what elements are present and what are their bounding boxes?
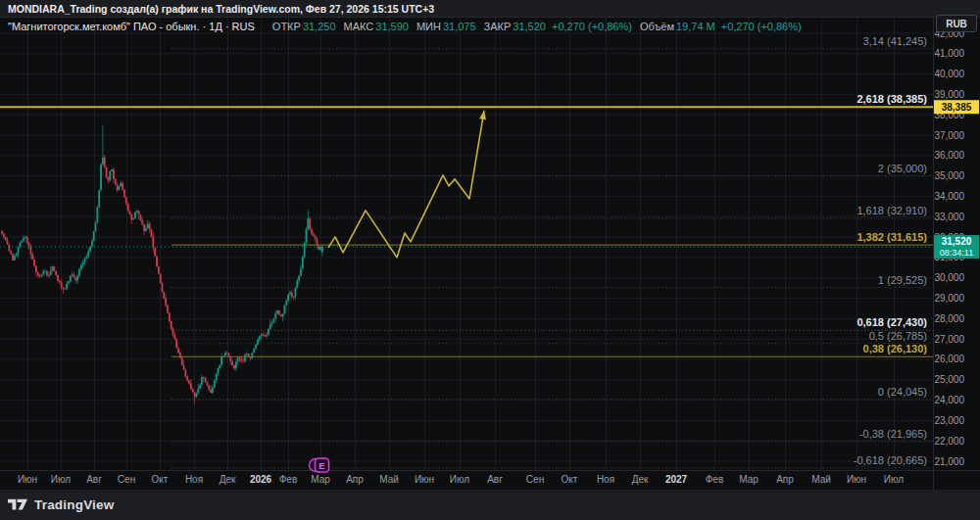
price-axis-label: 28,000 (934, 313, 964, 324)
projection-path[interactable] (328, 111, 486, 258)
price-axis-label: 40,000 (934, 69, 964, 79)
time-axis-label: Авг (86, 474, 102, 485)
candlesticks (1, 125, 323, 404)
price-axis-label: 39,000 (934, 89, 964, 100)
time-axis-label: Май (811, 474, 831, 485)
time-axis-label: Окт (562, 474, 578, 485)
price-axis-label: 29,000 (934, 293, 964, 304)
time-axis-label: Май (379, 474, 399, 485)
fib-label: 2 (35,000) (878, 163, 927, 174)
tradingview-snapshot: 3,14 (41,245)2,618 (38,385)2 (35,000)1,6… (0, 0, 980, 520)
time-axis-label: Мар (739, 474, 759, 485)
time-axis-label: Июн (847, 474, 866, 485)
time-axis-label: Апр (346, 474, 364, 485)
svg-text:E: E (318, 460, 324, 471)
open-label: ОТКР (272, 21, 301, 32)
time-axis-label: Сен (118, 474, 135, 485)
symbol-title[interactable]: "Магнитогорск.мет.комб" ПАО - обыкн. · 1… (8, 21, 255, 32)
chart-area[interactable]: 3,14 (41,245)2,618 (38,385)2 (35,000)1,6… (0, 0, 980, 520)
time-axis-label: Дек (220, 474, 236, 485)
price-axis-label: 41,000 (934, 48, 964, 59)
attribution-bar: MONDIARA_Trading создал(а) график на Tra… (0, 0, 980, 18)
price-axis-label: 24,000 (934, 395, 964, 405)
close-value: 31,520 (513, 21, 546, 32)
fib-label: 3,14 (41,245) (863, 35, 927, 47)
volume-value: 19,74 М (676, 21, 715, 32)
time-axis-label: Мар (311, 474, 330, 485)
price-axis-label: 23,000 (934, 415, 964, 426)
fib-label: 1,382 (31,615) (857, 231, 927, 243)
low-label: МИН (416, 21, 441, 32)
fib-label: 0,618 (27,430) (857, 316, 927, 328)
attribution-text: MONDIARA_Trading создал(а) график на Tra… (8, 3, 434, 15)
chart-legend: "Магнитогорск.мет.комб" ПАО - обыкн. · 1… (8, 21, 802, 32)
time-axis-label: Ноя (185, 474, 203, 485)
time-axis-label: Сен (526, 474, 544, 485)
time-axis-label: Июл (884, 474, 904, 485)
fib-levels (0, 49, 933, 468)
fib-label: -0,618 (20,665) (854, 454, 927, 466)
bottom-bar: TradingView (0, 490, 980, 520)
price-axis-label: 35,000 (934, 170, 964, 181)
volume-label: Объём (640, 21, 674, 32)
time-axis-label: Фев (706, 474, 723, 485)
fib-label: 2,618 (38,385) (857, 93, 927, 105)
close-label: ЗАКР (484, 21, 512, 32)
fib-label: 1,618 (32,910) (857, 205, 927, 216)
tradingview-logo-icon (8, 497, 27, 512)
price-axis-label: 30,000 (934, 272, 964, 283)
change-value: +0,270 (+0,86%) (552, 21, 632, 32)
time-axis-label: Июл (450, 474, 469, 485)
time-axis-label: Апр (776, 474, 794, 485)
open-value: 31,250 (303, 21, 336, 32)
fib-label: 0,5 (26,785) (869, 330, 927, 342)
fib-label: 0 (24,045) (878, 386, 927, 398)
price-axis-label: 33,000 (934, 212, 964, 222)
time-axis-label: Авг (487, 474, 503, 485)
high-label: МАКС (344, 21, 374, 32)
price-axis-label: 21,000 (934, 456, 964, 467)
projection-line (328, 111, 484, 258)
time-axis-label: 2027 (665, 474, 688, 485)
time-axis-label: Июн (18, 474, 37, 485)
price-axis-label: 27,000 (934, 334, 964, 345)
time-axis-label: Июл (51, 474, 71, 485)
svg-text:31,520: 31,520 (942, 236, 972, 247)
time-axis-label: Ноя (597, 474, 614, 485)
high-value: 31,590 (375, 21, 409, 32)
fib-label: 1 (29,525) (878, 274, 927, 286)
currency-button[interactable]: RUB (936, 15, 977, 32)
price-axis-label: 26,000 (934, 354, 964, 364)
price-axis-label: 25,000 (934, 374, 964, 385)
tradingview-logo-text: TradingView (34, 497, 114, 512)
volume-change: +0,270 (+0,86%) (721, 21, 802, 32)
tradingview-logo[interactable]: TradingView (8, 497, 114, 512)
fib-label: 0,38 (26,130) (863, 343, 928, 355)
fib-label: -0,38 (21,965) (859, 428, 927, 440)
price-axis-label: 36,000 (934, 150, 964, 161)
price-axis-label: 22,000 (934, 436, 964, 447)
time-axis-label: Фев (279, 474, 297, 485)
price-axis-label: 37,000 (934, 130, 964, 141)
time-axis-label: 2026 (250, 474, 272, 485)
time-axis-label: Окт (152, 474, 169, 485)
low-value: 31,075 (443, 21, 476, 32)
price-axis-label: 34,000 (934, 191, 964, 202)
time-axis-label: Июн (415, 474, 434, 485)
gridlines (0, 17, 933, 470)
time-axis-label: Дек (632, 474, 649, 485)
svg-text:38,385: 38,385 (942, 102, 972, 113)
svg-text:08:34:11: 08:34:11 (940, 248, 973, 258)
